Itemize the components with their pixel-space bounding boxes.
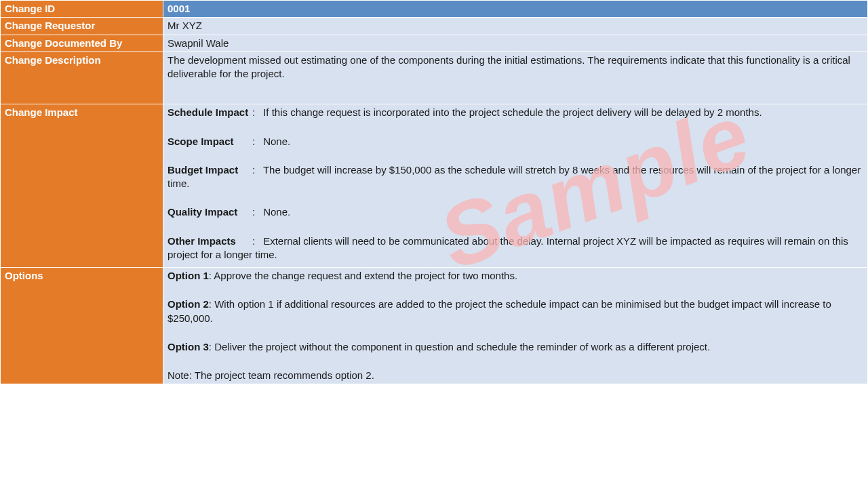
option-name: Option 3: [167, 341, 209, 352]
row-options: Options Option 1: Approve the change req…: [1, 268, 868, 384]
colon: :: [252, 106, 260, 119]
option-text: : With option 1 if additional resources …: [167, 298, 831, 323]
impact-item-name: Other Impacts: [167, 235, 252, 248]
impact-item-name: Scope Impact: [167, 135, 252, 148]
impact-item-name: Quality Impact: [167, 205, 252, 219]
row-description: Change Description The development misse…: [1, 52, 868, 104]
colon: :: [252, 135, 260, 148]
impact-item: Quality Impact: None.: [167, 205, 863, 219]
impact-item-name: Schedule Impact: [167, 106, 252, 119]
label-documented-by: Change Documented By: [1, 35, 163, 52]
label-change-id: Change ID: [1, 1, 163, 18]
option-item: Option 2: With option 1 if additional re…: [167, 298, 863, 325]
row-documented-by: Change Documented By Swapnil Wale: [1, 35, 868, 52]
impact-item-text: External clients will need to be communi…: [167, 235, 848, 260]
row-impact: Change Impact Schedule Impact: If this c…: [1, 104, 868, 268]
colon: :: [252, 205, 260, 219]
option-name: Option 2: [167, 298, 209, 310]
impact-item: Other Impacts: External clients will nee…: [167, 235, 863, 262]
colon: :: [252, 163, 260, 177]
label-impact: Change Impact: [1, 104, 163, 268]
impact-item-text: The budget will increase by $150,000 as …: [167, 164, 861, 189]
impact-item-text: If this change request is incorporated i…: [260, 106, 762, 118]
options-note: Note: The project team recommends option…: [167, 369, 863, 382]
change-request-table: Change ID 0001 Change Requestor Mr XYZ C…: [0, 0, 868, 384]
impact-item-name: Budget Impact: [167, 163, 252, 177]
impact-item: Scope Impact: None.: [167, 135, 863, 148]
impact-item: Budget Impact: The budget will increase …: [167, 163, 863, 191]
value-change-id: 0001: [163, 1, 868, 18]
row-change-id: Change ID 0001: [1, 1, 868, 18]
label-options: Options: [1, 268, 163, 384]
value-description: The development missed out estimating on…: [163, 52, 868, 104]
impact-item: Schedule Impact: If this change request …: [167, 106, 863, 119]
label-description: Change Description: [1, 52, 163, 104]
value-requestor: Mr XYZ: [163, 18, 868, 35]
option-name: Option 1: [167, 270, 209, 281]
option-text: : Deliver the project without the compon…: [209, 341, 710, 352]
impact-item-text: None.: [260, 136, 290, 147]
value-impact: Schedule Impact: If this change request …: [163, 104, 868, 268]
row-requestor: Change Requestor Mr XYZ: [1, 18, 868, 35]
option-item: Option 1: Approve the change request and…: [167, 269, 863, 283]
option-text: : Approve the change request and extend …: [209, 270, 517, 281]
colon: :: [252, 235, 260, 248]
label-requestor: Change Requestor: [1, 18, 163, 35]
impact-item-text: None.: [260, 206, 290, 218]
value-options: Option 1: Approve the change request and…: [163, 268, 868, 384]
value-documented-by: Swapnil Wale: [163, 35, 868, 52]
option-item: Option 3: Deliver the project without th…: [167, 340, 863, 354]
